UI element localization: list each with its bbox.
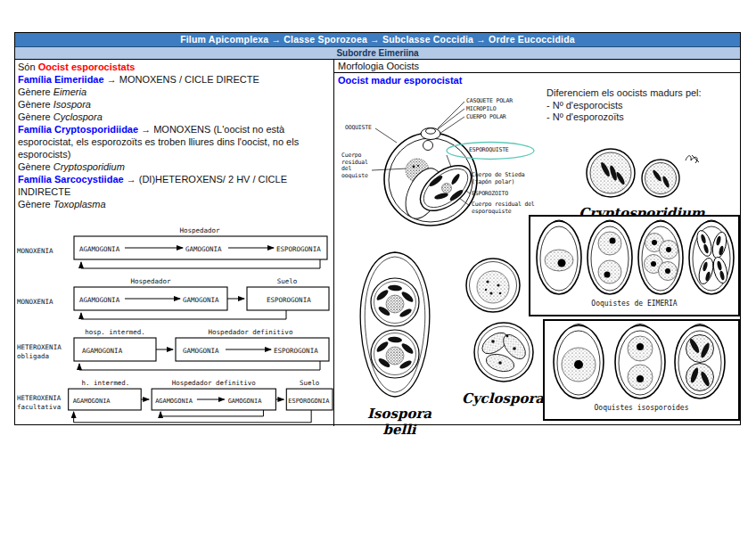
family-cryptosporidiidae: Família Cryptosporidiidae — [18, 124, 138, 135]
cycle2-host-title: Hospedador — [130, 277, 171, 285]
cyclospora-drawing — [454, 256, 552, 387]
cycle3-inthost-title: hosp. intermed. — [85, 328, 145, 336]
family-eimeriidae-desc: → MONOXENS / CICLE DIRECTE — [104, 74, 259, 85]
isosporoid-box-caption: Ooquistes isosporoides — [546, 404, 736, 412]
cycle2-label: MONOXENIA — [17, 298, 53, 306]
diff-title: Diferenciem els oocists madurs pel: — [546, 87, 738, 100]
cycle3-sublabel: obligada — [17, 352, 49, 360]
genus-cyclospora: Cyclospora — [53, 111, 103, 122]
cycle4-label: HETEROXENIA — [17, 394, 62, 402]
cyclospora-label: Cyclospora — [454, 390, 552, 407]
cycle2-stage1: AGAMOGONIA — [79, 296, 120, 304]
oocyst-diagram: CASQUETE POLAR MICROPILO CUERPO POLAR OO… — [341, 95, 543, 231]
cryptosporidium-drawing — [568, 144, 716, 201]
cycle3-stage1: AGAMOGONIA — [82, 347, 123, 355]
suborder-header: Subordre Eimeriina — [15, 47, 740, 60]
genus-isospora-line: Gènere Isospora — [18, 98, 330, 111]
genus-prefix: Gènere — [18, 199, 53, 209]
cycle1-host-title: Hospedador — [179, 226, 220, 234]
cycle4-stage4: ESPOROGONIA — [288, 398, 330, 405]
cycle1-stage1: AGAMOGONIA — [79, 245, 120, 253]
cycle4-sublabel: facultativa — [17, 403, 61, 411]
label-residual-ooquiste: Cuerpo residual del ooquiste — [341, 152, 374, 179]
cyclospora-figure: Cyclospora — [454, 256, 552, 407]
feedback-loop-arrow-icon — [81, 259, 320, 268]
cycle1-label: MONOXENIA — [17, 247, 53, 255]
label-residual-esporoquiste: Cuerpo residual del esporoquiste — [472, 201, 541, 215]
isospora-belli-drawing — [350, 249, 440, 402]
genus-isospora: Isospora — [53, 99, 91, 110]
cycle4-stage2: AGAMOGONIA — [155, 398, 193, 405]
left-text-block: Són Oocist esporocistats Família Eimerii… — [15, 60, 333, 210]
cycle4-soil-title: Suelo — [300, 379, 319, 387]
genus-toxoplasma-line: Gènere Toxoplasma — [18, 198, 330, 210]
feedback-loop-arrow-icon — [79, 361, 320, 370]
cycle3-stage2: GAMOGONIA — [183, 347, 219, 355]
cycle2-soil-title: Suelo — [277, 277, 298, 285]
cycle3-label: HETEROXENIA — [17, 343, 62, 351]
isospora-belli-figure: Isospora belli — [350, 249, 448, 438]
cycle1-stage3: ESPOROGONIA — [276, 245, 321, 253]
eimeria-box-caption: Ooquistes de EIMERIA — [532, 300, 736, 308]
isosporoid-oocysts-box: Ooquistes isosporoides — [543, 319, 740, 421]
label-cuerpo-polar: CUERPO POLAR — [466, 114, 506, 121]
left-title: Són Oocist esporocistats — [18, 61, 330, 73]
cycle1-stage2: GAMOGONIA — [185, 245, 222, 253]
cryptosporidium-figure: Cryptosporidium — [568, 144, 719, 221]
feedback-loop-arrow-icon — [160, 410, 263, 416]
cycle2-stage3: ESPOROGONIA — [267, 296, 311, 304]
genus-prefix: Gènere — [18, 86, 53, 97]
right-column: Morfologia Oocists Oocist madur esporoci… — [334, 60, 740, 426]
polar-body-shape — [423, 141, 433, 151]
label-micropilo: MICROPILO — [466, 106, 496, 113]
genus-prefix: Gènere — [18, 161, 53, 172]
content-columns: Són Oocist esporocistats Família Eimerii… — [15, 60, 740, 426]
diff-item-esporozoits: - Nº d'esporozoïts — [546, 111, 738, 124]
right-column-title: Morfologia Oocists — [334, 60, 740, 73]
genus-cyclospora-line: Gènere Cyclospora — [18, 111, 330, 123]
cycle4-stage3: GAMOGONIA — [228, 398, 262, 405]
isospora-belli-label: Isospora belli — [350, 406, 448, 438]
genus-toxoplasma: Toxoplasma — [53, 199, 106, 209]
differentiation-note: Diferenciem els oocists madurs pel: - Nº… — [546, 87, 738, 124]
label-ooquiste: OOQUISTE — [345, 125, 372, 132]
oocist-madur-subtitle: Oocist madur esporocistat — [338, 75, 462, 86]
cycle3-defhost-title: Hospedador definitivo — [209, 328, 293, 336]
genus-prefix: Gènere — [18, 111, 53, 122]
family-eimeriidae-line: Família Eimeriidae → MONOXENS / CICLE DI… — [18, 73, 330, 86]
cycle3-stage3: ESPOROGONIA — [274, 347, 318, 355]
scale-squiggle-icon — [686, 155, 699, 163]
left-title-prefix: Són — [18, 62, 38, 72]
life-cycle-diagrams: MONOXENIA Hospedador AGAMOGONIA GAMOGONI… — [15, 224, 333, 429]
feedback-loop-arrow-icon — [81, 310, 286, 319]
genus-cryptosporidium-line: Gènere Cryptosporidium — [18, 160, 330, 173]
eimeria-oocysts-drawing — [532, 219, 737, 298]
cycle4-inthost-title: h. intermed. — [82, 379, 130, 387]
sporocyst-residual-body-shape — [442, 184, 452, 193]
family-cryptosporidiidae-line: Família Cryptosporidiidae → MONOXENS (L'… — [18, 123, 330, 160]
cycle4-stage1: AGAMOGONIA — [73, 398, 111, 405]
cycle-monoxenia-2: MONOXENIA Hospedador AGAMOGONIA GAMOGONI… — [17, 275, 334, 325]
isosporoid-oocysts-drawing — [546, 324, 737, 402]
cycle4-defhost-title: Hospedador definitivo — [172, 379, 256, 387]
left-title-highlight: Oocist esporocistats — [38, 62, 136, 72]
genus-prefix: Gènere — [18, 99, 53, 110]
taxonomy-header: Filum Apicomplexa → Classe Sporozoea → S… — [15, 33, 740, 47]
cycle2-stage2: GAMOGONIA — [183, 296, 219, 304]
family-sarcocystiidae-line: Família Sarcocystiidae → (DI)HETEROXENS/… — [18, 173, 330, 198]
eimeria-oocysts-box: Ooquistes de EIMERIA — [529, 215, 740, 316]
diff-item-esporocists: - Nº d'esporocists — [546, 100, 738, 112]
micropyle-shape — [426, 128, 436, 134]
family-sarcocystiidae: Família Sarcocystiidae — [18, 174, 124, 185]
genus-eimeria: Eimeria — [53, 86, 86, 97]
cycle-heteroxenia-facultativa: HETEROXENIA facultativa h. intermed. AGA… — [17, 376, 334, 428]
label-esporozoito: ESPOROZOITO — [472, 191, 508, 198]
family-eimeriidae: Família Eimeriidae — [18, 74, 104, 85]
document-page: Filum Apicomplexa → Classe Sporozoea → S… — [0, 0, 756, 534]
label-casquete-polar: CASQUETE POLAR — [466, 98, 513, 105]
cycle-heteroxenia-obligada: HETEROXENIA obligada hosp. intermed. AGA… — [17, 325, 334, 375]
label-esporoquiste: ESPOROQUISTE — [469, 147, 509, 154]
genus-eimeria-line: Gènere Eimeria — [18, 86, 330, 98]
main-table: Filum Apicomplexa → Classe Sporozoea → S… — [14, 32, 741, 425]
left-column: Són Oocist esporocistats Família Eimerii… — [15, 60, 334, 426]
